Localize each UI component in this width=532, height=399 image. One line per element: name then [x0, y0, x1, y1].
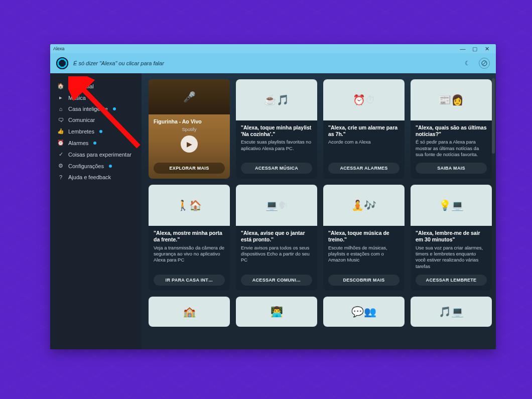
- card-illustration: 🧘🎶: [323, 185, 405, 226]
- card-grid: 🎤 Figurinha - Ao Vivo Spotify ▶ EXPLORAR…: [149, 79, 489, 327]
- notification-dot: [109, 165, 112, 168]
- notification-dot: [113, 107, 116, 110]
- card-button[interactable]: ACESSAR MÚSICA: [241, 163, 312, 174]
- notification-dot: [91, 96, 94, 99]
- play-icon: ▸: [57, 94, 64, 101]
- card-illustration: 💻🗣: [236, 185, 317, 226]
- album-art: 🎤: [149, 79, 230, 114]
- card-title: "Alexa, quais são as últimas notícias?": [416, 124, 487, 138]
- sidebar-item-label: Ajuda e feedback: [68, 174, 111, 180]
- sidebar-item-label: Coisas para experimentar: [68, 152, 131, 158]
- home-icon: 🏠: [57, 83, 64, 89]
- card-illustration: 👨‍💻: [236, 297, 317, 327]
- sidebar-item-alarms[interactable]: ⏰ Alarmes: [54, 137, 139, 149]
- help-icon: ?: [57, 174, 64, 180]
- alexa-ring-icon[interactable]: [56, 57, 68, 69]
- card-title: "Alexa, lembre-me de sair em 30 minutos": [416, 230, 487, 243]
- card-suggestion[interactable]: 🚶🏠 "Alexa, mostre minha porta da frente.…: [149, 185, 230, 291]
- card-button[interactable]: IR PARA CASA INT…: [154, 275, 225, 286]
- app-window: Alexa — ▢ ✕ É só dizer "Alexa" ou clicar…: [50, 44, 496, 349]
- voice-prompt-text[interactable]: É só dizer "Alexa" ou clicar para falar: [73, 60, 164, 66]
- card-button[interactable]: SAIBA MAIS: [416, 163, 487, 174]
- card-illustration: ⏰⏱: [323, 79, 405, 120]
- card-suggestion-partial[interactable]: 👨‍💻: [236, 297, 317, 327]
- sidebar-item-label: Música: [68, 95, 86, 101]
- card-suggestion[interactable]: ⏰⏱ "Alexa, crie um alarme para as 7h." A…: [323, 79, 405, 179]
- card-illustration: 🚶🏠: [149, 185, 230, 226]
- notification-dot: [99, 130, 102, 133]
- card-suggestion-partial[interactable]: 💬👥: [323, 297, 405, 327]
- card-button[interactable]: ACESSAR LEMBRETE: [416, 275, 487, 286]
- card-title: "Alexa, toque minha playlist 'Na cozinha…: [241, 124, 312, 138]
- svg-line-1: [482, 61, 486, 65]
- sidebar-item-help[interactable]: ? Ajuda e feedback: [54, 172, 139, 183]
- scrollbar[interactable]: [492, 78, 495, 344]
- play-button-icon[interactable]: ▶: [181, 136, 198, 153]
- minimize-button[interactable]: —: [457, 44, 469, 53]
- sidebar-item-reminders[interactable]: 👍 Lembretes: [54, 125, 139, 137]
- sidebar-item-communicate[interactable]: 🗨 Comunicar: [54, 114, 139, 125]
- sidebar-item-try[interactable]: ✓ Coisas para experimentar: [54, 149, 139, 160]
- sidebar-item-music[interactable]: ▸ Música: [54, 92, 139, 103]
- close-button[interactable]: ✕: [481, 44, 493, 53]
- content-area: 🎤 Figurinha - Ao Vivo Spotify ▶ EXPLORAR…: [142, 73, 496, 349]
- mic-disabled-icon[interactable]: [479, 58, 490, 69]
- moon-icon[interactable]: ☾: [462, 58, 473, 69]
- alarm-icon: ⏰: [57, 140, 64, 146]
- reminder-icon: 👍: [57, 128, 64, 135]
- card-suggestion[interactable]: 💡💻 "Alexa, lembre-me de sair em 30 minut…: [411, 185, 492, 291]
- card-desc: Escute suas playlists favoritas no aplic…: [241, 139, 312, 152]
- card-suggestion[interactable]: ☕🎵 "Alexa, toque minha playlist 'Na cozi…: [236, 79, 317, 179]
- card-suggestion[interactable]: 📰👩 "Alexa, quais são as últimas notícias…: [411, 79, 492, 179]
- house-icon: ⌂: [57, 106, 64, 112]
- card-illustration: 💡💻: [411, 185, 492, 226]
- card-desc: Use sua voz para criar alarmes, timers e…: [416, 245, 487, 270]
- gear-icon: ⚙: [57, 163, 64, 169]
- sidebar: 🏠 Tela inicial ▸ Música ⌂ Casa inteligen…: [50, 73, 142, 349]
- sidebar-item-home[interactable]: 🏠 Tela inicial: [54, 80, 139, 92]
- card-suggestion[interactable]: 💻🗣 "Alexa, avise que o jantar está pront…: [236, 185, 317, 291]
- card-button[interactable]: EXPLORAR MAIS: [154, 163, 225, 174]
- sidebar-item-label: Alarmes: [68, 140, 88, 146]
- sidebar-item-smart-home[interactable]: ⌂ Casa inteligente: [54, 103, 139, 114]
- card-title: "Alexa, toque música de treino.": [328, 230, 400, 243]
- card-illustration: 🏫: [149, 297, 230, 327]
- titlebar: Alexa — ▢ ✕: [50, 44, 496, 53]
- card-button[interactable]: ACESSAR COMUNI…: [241, 275, 312, 286]
- sidebar-item-label: Lembretes: [68, 128, 94, 135]
- card-illustration: 📰👩: [411, 79, 492, 120]
- sidebar-item-label: Tela inicial: [68, 83, 94, 89]
- card-now-playing[interactable]: 🎤 Figurinha - Ao Vivo Spotify ▶ EXPLORAR…: [149, 79, 230, 179]
- sidebar-item-label: Comunicar: [68, 117, 95, 123]
- card-desc: Acorde com a Alexa: [328, 139, 400, 145]
- window-title: Alexa: [53, 46, 65, 51]
- card-suggestion-partial[interactable]: 🏫: [149, 297, 230, 327]
- card-illustration: 🎵💻: [411, 297, 492, 327]
- sidebar-item-settings[interactable]: ⚙ Configurações: [54, 160, 139, 172]
- card-title: "Alexa, mostre minha porta da frente.": [154, 230, 225, 243]
- chat-icon: 🗨: [57, 117, 64, 123]
- card-illustration: ☕🎵: [236, 79, 317, 120]
- card-illustration: 💬👥: [323, 297, 405, 327]
- card-suggestion[interactable]: 🧘🎶 "Alexa, toque música de treino." Escu…: [323, 185, 405, 291]
- card-button[interactable]: ACESSAR ALARMES: [328, 163, 400, 174]
- maximize-button[interactable]: ▢: [469, 44, 481, 53]
- sidebar-item-label: Casa inteligente: [68, 106, 108, 112]
- card-desc: Veja a transmissão da câmera de seguranç…: [154, 245, 225, 263]
- card-button[interactable]: DESCOBRIR MAIS: [328, 275, 400, 286]
- card-desc: Envie avisos para todos os seus disposit…: [241, 245, 312, 263]
- card-title: "Alexa, crie um alarme para as 7h.": [328, 124, 400, 138]
- check-icon: ✓: [57, 151, 64, 158]
- scroll-thumb[interactable]: [492, 78, 495, 154]
- card-suggestion-partial[interactable]: 🎵💻: [411, 297, 492, 327]
- card-title: "Alexa, avise que o jantar está pronto.": [241, 230, 312, 243]
- card-desc: É só pedir para a Alexa para mostrar as …: [416, 139, 487, 158]
- card-title: Figurinha - Ao Vivo: [154, 118, 225, 125]
- sidebar-item-label: Configurações: [68, 163, 104, 169]
- notification-dot: [93, 142, 96, 145]
- header-bar: É só dizer "Alexa" ou clicar para falar …: [50, 53, 496, 73]
- card-subtitle: Spotify: [154, 126, 225, 132]
- card-desc: Escute milhões de músicas, playlists e e…: [328, 245, 400, 263]
